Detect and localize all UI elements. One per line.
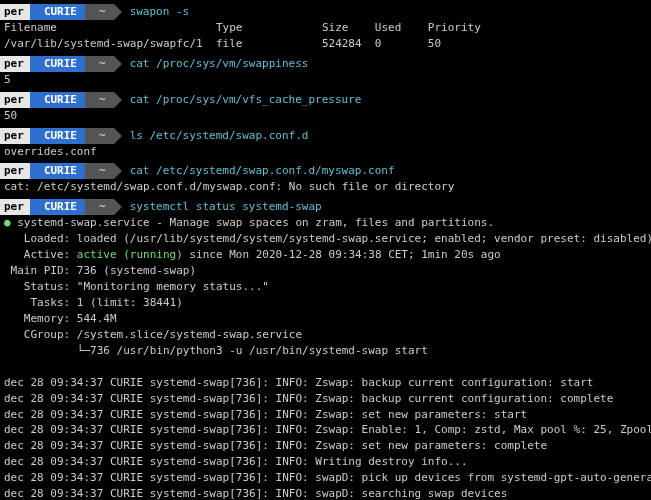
prompt-user: per — [0, 56, 30, 72]
prompt-host: CURIE — [30, 4, 85, 20]
command-block: perCURIE~cat /etc/systemd/swap.conf.d/my… — [0, 163, 651, 195]
status-dot-icon: ● — [4, 216, 17, 229]
prompt-user: per — [0, 92, 30, 108]
prompt-user: per — [0, 199, 30, 215]
prompt-path: ~ — [85, 199, 114, 215]
prompt-host: CURIE — [30, 163, 85, 179]
prompt-path: ~ — [85, 92, 114, 108]
prompt-line[interactable]: perCURIE~cat /etc/systemd/swap.conf.d/my… — [0, 163, 651, 179]
prompt-path: ~ — [85, 163, 114, 179]
log-line: dec 28 09:34:37 CURIE systemd-swap[736]:… — [4, 375, 647, 391]
prompt-line[interactable]: perCURIE~ls /etc/systemd/swap.conf.d — [0, 128, 651, 144]
prompt-user: per — [0, 163, 30, 179]
status-active-state: active (running) — [77, 248, 183, 261]
status-title: systemd-swap.service - Manage swap space… — [17, 216, 494, 229]
log-line: dec 28 09:34:37 CURIE systemd-swap[736]:… — [4, 422, 647, 438]
status-active: Active: active (running) since Mon 2020-… — [4, 247, 647, 263]
log-line: dec 28 09:34:37 CURIE systemd-swap[736]:… — [4, 438, 647, 454]
systemctl-status-output: ● systemd-swap.service - Manage swap spa… — [0, 215, 651, 500]
log-line: dec 28 09:34:37 CURIE systemd-swap[736]:… — [4, 407, 647, 423]
command-output: overrides.conf — [0, 144, 651, 160]
command-block: perCURIE~swapon -sFilename Type Size Use… — [0, 4, 651, 52]
log-line: dec 28 09:34:37 CURIE systemd-swap[736]:… — [4, 391, 647, 407]
command-text: swapon -s — [114, 4, 190, 20]
command-text: ls /etc/systemd/swap.conf.d — [114, 128, 309, 144]
command-block: perCURIE~ls /etc/systemd/swap.conf.dover… — [0, 128, 651, 160]
prompt-line[interactable]: perCURIE~swapon -s — [0, 4, 651, 20]
status-loaded: Loaded: loaded (/usr/lib/systemd/system/… — [4, 231, 647, 247]
log-line: dec 28 09:34:37 CURIE systemd-swap[736]:… — [4, 470, 647, 486]
log-line: dec 28 09:34:37 CURIE systemd-swap[736]:… — [4, 454, 647, 470]
command-block: perCURIE~cat /proc/sys/vm/vfs_cache_pres… — [0, 92, 651, 124]
prompt-line[interactable]: perCURIE~systemctl status systemd-swap — [0, 199, 651, 215]
command-output: cat: /etc/systemd/swap.conf.d/myswap.con… — [0, 179, 651, 195]
command-text: cat /proc/sys/vm/swappiness — [114, 56, 309, 72]
prompt-path: ~ — [85, 56, 114, 72]
prompt-line[interactable]: perCURIE~cat /proc/sys/vm/vfs_cache_pres… — [0, 92, 651, 108]
prompt-host: CURIE — [30, 56, 85, 72]
command-output: 5 — [0, 72, 651, 88]
log-line: dec 28 09:34:37 CURIE systemd-swap[736]:… — [4, 486, 647, 500]
prompt-path: ~ — [85, 4, 114, 20]
command-text: cat /proc/sys/vm/vfs_cache_pressure — [114, 92, 362, 108]
prompt-user: per — [0, 4, 30, 20]
status-status_line: Status: "Monitoring memory status..." — [4, 279, 647, 295]
prompt-host: CURIE — [30, 128, 85, 144]
command-output: 50 — [0, 108, 651, 124]
command-output: Filename Type Size Used Priority /var/li… — [0, 20, 651, 52]
prompt-host: CURIE — [30, 92, 85, 108]
status-cgroup1: CGroup: /system.slice/systemd-swap.servi… — [4, 327, 647, 343]
command-text: cat /etc/systemd/swap.conf.d/myswap.conf — [114, 163, 395, 179]
prompt-line[interactable]: perCURIE~cat /proc/sys/vm/swappiness — [0, 56, 651, 72]
command-text: systemctl status systemd-swap — [114, 199, 322, 215]
status-main_pid: Main PID: 736 (systemd-swap) — [4, 263, 647, 279]
prompt-path: ~ — [85, 128, 114, 144]
status-memory: Memory: 544.4M — [4, 311, 647, 327]
command-block: perCURIE~cat /proc/sys/vm/swappiness5 — [0, 56, 651, 88]
prompt-user: per — [0, 128, 30, 144]
command-block: perCURIE~systemctl status systemd-swap● … — [0, 199, 651, 500]
prompt-host: CURIE — [30, 199, 85, 215]
status-tasks: Tasks: 1 (limit: 38441) — [4, 295, 647, 311]
status-cgroup2: └─736 /usr/bin/python3 -u /usr/bin/syste… — [4, 343, 647, 359]
